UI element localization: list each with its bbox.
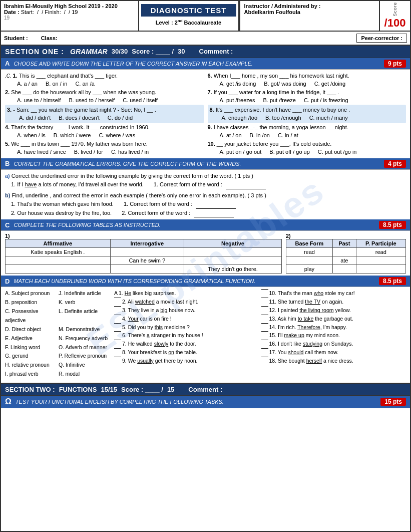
q2-num: 2. <box>5 89 11 95</box>
q1-c: C. an /a <box>75 80 95 88</box>
q3-block: 3. - Sam: __ you watch the game last nig… <box>5 105 204 123</box>
c-marker: .C. <box>5 73 13 79</box>
q1-options: A. a / an B. on / in C. an /a <box>17 80 204 88</box>
q1-b: B. on / in <box>46 80 67 88</box>
q8-options: A. enough /too B. too /enough C. much / … <box>222 114 404 122</box>
sub-b-label: b) <box>5 192 10 198</box>
s2-blank <box>114 298 121 298</box>
s15: 15. I'll make up my mind soon. <box>261 331 406 340</box>
fn-h: H. relative pronoun <box>5 361 57 370</box>
d-columns: A. Subject pronoun J. Indefinite article… <box>5 289 406 378</box>
functions-label: FUNCTIONS <box>59 386 97 393</box>
t2-r2: ate <box>286 256 406 265</box>
date-row: Date : Start: / / Finish: / / 19 <box>4 9 135 15</box>
part-d-pts: 8.5 pts <box>379 277 406 285</box>
q10-options: A. put on / go out B. put off / go up C.… <box>220 148 406 156</box>
d-left-sentences: A 1. He likes big surprises. 2. Ali watc… <box>114 289 259 365</box>
t1-r1-c2 <box>110 248 184 256</box>
q1-a: A. a / an <box>17 80 38 88</box>
s5-text: 5. Did you try this medicine ? <box>122 323 190 332</box>
section-two-title: SECTION TWO : <box>5 386 55 393</box>
part-a-letter: A <box>5 60 10 67</box>
q9-block: 9. I have classes _-_ the morning, a yog… <box>208 123 406 140</box>
q3-a: A. did / didn't <box>19 114 51 122</box>
q9-num: 9. <box>208 124 214 130</box>
functions-grid: A. Subject pronoun J. Indefinite article… <box>5 289 110 378</box>
score-value: /100 <box>384 17 406 30</box>
s18-blank <box>261 357 268 357</box>
sub-b-text: Find, underline , and correct the error … <box>12 192 266 198</box>
fn-l: L. Definite article <box>59 307 110 325</box>
t2-h3: P. Participle <box>356 239 405 248</box>
s8-text: 8. Your breakfast is on the table. <box>122 348 197 357</box>
sub-b-q2: 2. Our house was destroy by the fire, to… <box>11 209 112 218</box>
section-two-score-denom: 15 <box>167 386 174 393</box>
t1-r2-c2: Can he swim ? <box>110 256 184 265</box>
s12: 12. I painted the living room yellow. <box>261 306 406 315</box>
score-denom: 30 <box>178 48 185 55</box>
part-a-header: A CHOOSE AND WRITE DOWN THE LETTER OF TH… <box>1 58 410 70</box>
t1-r1-c1: Katie speaks English . <box>6 248 111 256</box>
s8: 8. Your breakfast is on the table. <box>114 348 259 357</box>
q6-block: 6. When I___ home , my son ___ his homew… <box>208 72 406 88</box>
q7-num: 7. <box>208 89 214 95</box>
q3-options: A. did / didn't B. does / doesn't C. do … <box>19 114 202 122</box>
section-one-title: SECTION ONE : <box>5 48 64 56</box>
t1-h1: Affirmative <box>6 239 111 248</box>
score-blank: Score : ____ / <box>132 48 174 55</box>
part-b-instruction: CORRECT THE GRAMMATICAL ERRORS. GIVE THE… <box>14 161 384 167</box>
t2-r3-c3 <box>356 265 405 274</box>
q4-text: That's the factory ____ I work. It ___co… <box>11 124 150 130</box>
s4: 4. Your car is on fire ! <box>114 315 259 323</box>
sub-b-ans2: 2. Correct form of the word : <box>122 209 234 218</box>
s7: 7. He walked slowly to the door. <box>114 340 259 348</box>
comment-label: Comment : <box>199 48 233 55</box>
start-field: / / <box>36 9 43 15</box>
q5-c: C. has lived / in <box>111 148 149 156</box>
part-d-content: A. Subject pronoun J. Indefinite article… <box>1 287 410 380</box>
q5-options: A. have lived / since B. lived / for C. … <box>17 148 204 156</box>
q7-c: C. put / is freezing <box>304 96 348 105</box>
q3-c: C. do / did <box>108 114 133 122</box>
omega-symbol: Ω <box>5 397 12 406</box>
section-two-comment: Comment : <box>188 386 222 393</box>
t2-r2-c3 <box>356 256 405 265</box>
omega-instruction: TEST YOUR FUNCTIONAL ENGLISH BY COMPLETI… <box>16 399 224 405</box>
fn-r: R. modal <box>59 370 110 379</box>
score-label: Score <box>392 2 397 17</box>
fn-g: G. gerund <box>5 352 57 361</box>
sentences-grid: A 1. He likes big surprises. 2. Ali watc… <box>114 289 406 365</box>
q2-text: She ___ do the housework all by ___ when… <box>11 89 156 95</box>
q2-b: B. used to / herself <box>69 96 115 105</box>
s1-text: 1. He likes big surprises. <box>119 289 176 298</box>
part-b-header: B CORRECT THE GRAMMATICAL ERRORS. GIVE T… <box>1 158 410 170</box>
header-center-block: DIAGNOSTIC TEST Level : 2nd Baccalaureat… <box>139 1 239 31</box>
student-label: Student : <box>4 35 28 41</box>
q2-c: C. used / itself <box>123 96 158 105</box>
q9-a: A. at / on <box>220 131 242 140</box>
s2-text: 2. Ali watched a movie last night. <box>122 298 198 306</box>
t1-r1-c3 <box>184 248 281 256</box>
part-a-instruction: CHOOSE AND WRITE DOWN THE LETTER OF THE … <box>14 61 384 67</box>
s1-blank: A <box>114 289 118 298</box>
s1: A 1. He likes big surprises. <box>114 289 259 298</box>
t1-r2-c1 <box>6 256 111 265</box>
sub-a-answer: 1. Correct form of the word : <box>154 180 266 189</box>
s2: 2. Ali watched a movie last night. <box>114 298 259 306</box>
q4-block: 4. That's the factory ____ I work. It __… <box>5 123 204 140</box>
t2-r1-c2 <box>332 248 356 256</box>
s3: 3. They live in a big house now. <box>114 306 259 315</box>
q6-c: C. get /doing <box>314 80 345 88</box>
part-c-pts: 8.5 pts <box>379 221 406 229</box>
s13-text: 13. Ask him to take the garbage out. <box>269 315 353 323</box>
instructor-block: Instructor / Administered by : Abdelkari… <box>239 1 380 31</box>
q8-b: B. too /enough <box>265 114 301 122</box>
t1-h2: Interrogative <box>110 239 184 248</box>
q9-text: I have classes _-_ the morning, a yoga l… <box>214 124 348 130</box>
t2-h2: Past <box>332 239 356 248</box>
table1: Affirmative Interrogative Negative Katie… <box>5 239 282 274</box>
q1-block: .C. 1. This is ___ elephant and that's _… <box>5 72 204 88</box>
d-grammar-functions: A. Subject pronoun J. Indefinite article… <box>5 289 110 378</box>
s17: 17. You should call them now. <box>261 348 406 357</box>
sub-a-row: a) Correct the underlined error in the f… <box>5 172 406 181</box>
